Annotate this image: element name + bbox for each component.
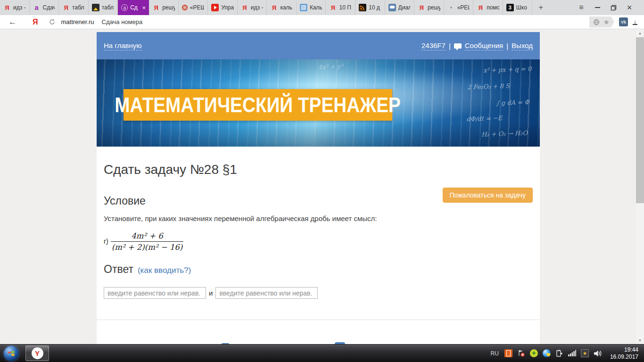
scrollbar-down-arrow[interactable]: ▼ (636, 337, 644, 344)
browser-menu-button[interactable]: ≡ (573, 0, 589, 15)
answer-joiner: и (209, 289, 213, 297)
tab[interactable]: Яидз - (238, 0, 267, 15)
yandex-logo-icon[interactable]: Я (33, 18, 38, 26)
windows-flag-icon (8, 350, 15, 357)
downloads-button[interactable]: ↓ (633, 19, 637, 25)
refresh-icon (49, 18, 56, 25)
url-host[interactable]: mattrener.ru (61, 18, 94, 25)
close-window-button[interactable]: × (621, 0, 637, 15)
swirl-app-tray-icon[interactable] (543, 349, 551, 357)
scrollbar-thumb[interactable] (636, 37, 644, 203)
a-outline-favicon-icon: a (121, 4, 128, 11)
toolbar-right-icons: ★ Vk ↓ (589, 16, 644, 28)
battery-tray-icon[interactable] (504, 349, 512, 357)
tab[interactable]: Ярешу (149, 0, 179, 15)
network-signal-tray-icon[interactable] (568, 349, 576, 357)
tab-label: Сд (130, 4, 140, 11)
tab[interactable]: Каль (297, 0, 326, 15)
report-task-button[interactable]: Пожаловаться на задачу (443, 188, 533, 203)
antivirus-tray-icon[interactable]: + (530, 349, 538, 357)
tab[interactable]: 3Шко (503, 0, 533, 15)
tab[interactable]: Упра (208, 0, 238, 15)
tab-label: идз - (13, 4, 26, 11)
answer-input-1[interactable] (104, 287, 206, 299)
power-plug-tray-icon[interactable] (555, 349, 563, 357)
window-controls: ≡ × (573, 0, 644, 15)
flag-icon (517, 349, 525, 357)
dot-favicon-icon (447, 4, 455, 11)
tab[interactable]: Япомо (473, 0, 503, 15)
minimize-window-button[interactable] (589, 0, 605, 15)
tab-close-icon[interactable]: × (142, 4, 146, 11)
navbar-separator: | (449, 42, 451, 50)
answer-input-2[interactable] (215, 287, 318, 299)
yandex-favicon-icon: Я (3, 4, 11, 11)
minimize-icon (595, 7, 600, 8)
tab-label: «РЕШ (457, 4, 470, 11)
page-scrollbar[interactable]: ▲ ▼ (636, 29, 644, 344)
tab[interactable]: aСдач (30, 0, 59, 15)
browser-tab-bar: Яидз -aСдачЯтаблтаблaСд×Ярешу«РЕШУпраЯид… (0, 0, 644, 15)
tab-label: помо (487, 4, 499, 11)
download-bar-icon (633, 24, 637, 25)
tab[interactable]: Якаль (267, 0, 297, 15)
browser-toolbar: ← Я mattrener.ru Сдача номера ★ Vk ↓ (0, 15, 644, 29)
hamburger-menu-icon: ≡ (579, 3, 583, 12)
tab[interactable]: Ятабл (59, 0, 89, 15)
tab-label: идз - (251, 4, 264, 11)
tab[interactable]: Я10 П (326, 0, 355, 15)
scrollbar-up-arrow[interactable]: ▲ (636, 29, 644, 37)
windows-taskbar: Y RU + ★ (0, 344, 644, 362)
site-navbar: На главную 2436F7 | Сообщения | Выход (97, 32, 540, 59)
tab[interactable]: табл (89, 0, 118, 15)
tab[interactable]: Яидз - (0, 0, 30, 15)
extension-chip[interactable]: ★ (589, 16, 614, 28)
language-indicator[interactable]: RU (491, 350, 499, 357)
tab[interactable]: 10 д (355, 0, 385, 15)
system-tray: RU + ★ (491, 346, 644, 361)
tab-label: табл (102, 4, 115, 11)
fraction-numerator: 4m² + 6 (111, 231, 183, 241)
tab-label: 10 д (369, 4, 381, 11)
tab-label: Шко (516, 4, 529, 11)
tab[interactable]: Ярешу (414, 0, 444, 15)
refresh-button[interactable] (49, 18, 56, 25)
site-banner: x² + px + q = 0 2 Fe₂O₃ + 8 S ∫ g dA = Φ… (97, 59, 540, 147)
tab-label: 10 П (339, 4, 352, 11)
yandex-browser-icon: Y (32, 347, 43, 359)
tab-label: «РЕШ (190, 4, 205, 11)
messages-link[interactable]: Сообщения (465, 41, 503, 50)
action-center-flag-icon[interactable] (517, 349, 525, 357)
calc-favicon-icon (300, 4, 307, 11)
how-to-enter-link[interactable]: (как вводить?) (138, 266, 191, 275)
tab[interactable]: «РЕШ (444, 0, 474, 15)
tab[interactable]: Диал (385, 0, 415, 15)
youtube-favicon-icon (211, 4, 219, 11)
url-page-title[interactable]: Сдача номера (102, 18, 143, 25)
speaker-icon (594, 350, 602, 357)
volume-tray-icon[interactable] (594, 349, 602, 357)
chat-blue-favicon-icon (388, 4, 396, 11)
vk-extension-icon[interactable]: Vk (619, 17, 628, 26)
taskbar-clock[interactable]: 19:44 16.09.2017 (610, 346, 641, 361)
restore-window-button[interactable] (605, 0, 621, 15)
content-divider (97, 320, 540, 320)
banner-formula-decor: H₂ + O₂ → H₂O (481, 129, 528, 138)
start-button[interactable] (4, 346, 19, 361)
home-link[interactable]: На главную (104, 41, 142, 50)
bookmark-star-icon[interactable]: ★ (603, 18, 610, 26)
taskbar-yandex-browser-button[interactable]: Y (25, 346, 49, 361)
tab[interactable]: «РЕШ (179, 0, 208, 15)
star-app-tray-icon[interactable]: ★ (581, 349, 589, 357)
logout-link[interactable]: Выход (512, 41, 533, 50)
yandex-favicon-icon: Я (418, 4, 425, 11)
restore-icon (611, 5, 617, 11)
back-button[interactable]: ← (8, 17, 17, 27)
close-icon: × (627, 3, 632, 13)
three-black-favicon-icon: 3 (506, 4, 514, 11)
tab-label: каль (280, 4, 293, 11)
banner-title-box: МАТЕМАТИЧЕСКИЙ ТРЕНАЖЕР (124, 89, 392, 121)
new-tab-button[interactable]: + (532, 0, 549, 15)
user-code-link[interactable]: 2436F7 (421, 41, 446, 50)
tab-active[interactable]: aСд× (118, 0, 149, 15)
